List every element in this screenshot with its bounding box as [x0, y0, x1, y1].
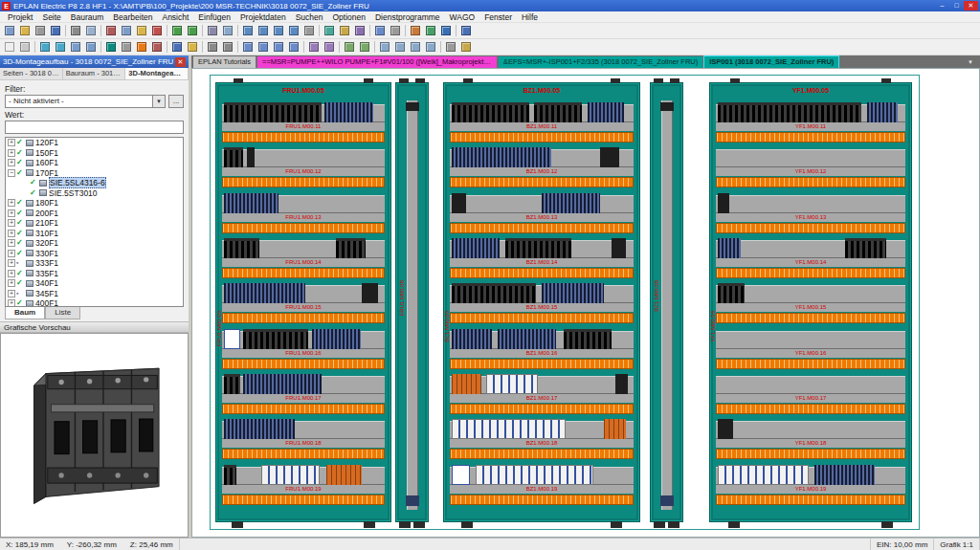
grid-icon[interactable] [443, 40, 458, 55]
mounting-rail[interactable] [450, 240, 634, 258]
mounting-rail[interactable] [716, 240, 905, 258]
cut-icon[interactable] [103, 24, 119, 38]
panel-close-icon[interactable]: ✕ [175, 57, 186, 67]
copy-objects-icon[interactable] [392, 40, 408, 55]
move-icon[interactable] [377, 40, 392, 55]
menu-hilfe[interactable]: Hilfe [517, 12, 543, 22]
mounting-rail-row[interactable]: BZ1.M00.15 [450, 283, 634, 328]
redo-icon[interactable] [185, 24, 200, 38]
mounting-rail[interactable] [716, 285, 905, 303]
component-term[interactable] [224, 193, 279, 213]
component-brk[interactable] [718, 102, 861, 122]
wire-duct[interactable] [222, 359, 385, 369]
mounting-rail-row[interactable]: FRU1.M00.15 [222, 283, 385, 328]
insert-device-icon[interactable] [408, 24, 423, 38]
mounting-rail[interactable] [450, 195, 634, 213]
tree-item-320F1[interactable]: +✓320F1 [6, 238, 183, 249]
mounting-rail[interactable] [450, 285, 634, 303]
rotate-view-icon[interactable] [53, 40, 68, 55]
tree-item-345F1[interactable]: +▪345F1 [6, 289, 183, 299]
mounting-rail-row[interactable]: FRU1.M00.14 [222, 238, 385, 283]
mounting-rail-row[interactable]: BZ1.M00.14 [450, 238, 634, 283]
mounting-rail[interactable] [716, 421, 905, 439]
zoom-in-icon[interactable] [240, 24, 256, 38]
tree-item-150F1[interactable]: +✓150F1 [6, 148, 183, 159]
wire-duct[interactable] [716, 223, 905, 233]
menu-dienstprogramme[interactable]: Dienstprogramme [370, 12, 445, 22]
document-tab-1[interactable]: ==MSR=PUMPE++WILO PUMPE+F1#V01/100 ([Wei… [257, 56, 497, 68]
align-left-icon[interactable] [240, 40, 256, 55]
cabinet-panel[interactable]: FRU1.M00.08 [395, 82, 429, 522]
component-term[interactable] [542, 283, 604, 303]
tree-item-SIE.5SL4316-6[interactable]: ✓SIE.5SL4316-6 [6, 178, 183, 188]
wire-duct[interactable] [716, 359, 905, 369]
component-brk[interactable] [224, 374, 240, 394]
vertical-mounting-rail[interactable] [661, 100, 673, 510]
stretch-icon[interactable] [423, 40, 438, 55]
mounting-rail[interactable] [222, 195, 385, 213]
mounting-rail-row[interactable]: FRU1.M00.13 [222, 193, 385, 238]
wire-duct[interactable] [222, 177, 385, 187]
component-term[interactable] [498, 329, 556, 349]
tree-item-160F1[interactable]: +✓160F1 [6, 158, 183, 168]
component-or[interactable] [452, 374, 481, 394]
component-brk[interactable] [336, 238, 366, 258]
component-wtag[interactable] [486, 374, 538, 394]
zoom-out-icon[interactable] [256, 24, 271, 38]
insert-cable-icon[interactable] [423, 24, 438, 38]
mounting-rail-row[interactable]: YF1.M00.19 [716, 465, 905, 510]
vertical-mounting-rail[interactable] [407, 100, 418, 510]
component-wtag[interactable] [476, 465, 593, 485]
component-term[interactable] [452, 238, 500, 258]
menu-seite[interactable]: Seite [37, 12, 65, 22]
wire-duct[interactable] [222, 268, 385, 278]
component-brk[interactable] [452, 283, 536, 303]
wire-duct[interactable] [450, 495, 634, 505]
drill-hole-icon[interactable] [149, 40, 165, 55]
mounting-rail[interactable] [222, 376, 385, 394]
chevron-down-icon[interactable]: ▼ [153, 95, 166, 108]
expand-icon[interactable]: + [8, 149, 15, 157]
component-term[interactable] [718, 238, 741, 258]
component-dk[interactable] [718, 193, 729, 213]
expand-icon[interactable]: + [8, 250, 15, 257]
cabinet-panel[interactable]: YF1.M00.05YF1.M00.06YF1.M00.11YF1.M00.12… [709, 82, 912, 522]
component-wtag[interactable] [718, 465, 809, 485]
wire-duct-icon[interactable] [134, 40, 149, 55]
menu-fenster[interactable]: Fenster [479, 12, 517, 22]
part-selection-icon[interactable] [185, 40, 200, 55]
collapse-icon[interactable]: − [8, 169, 15, 177]
expand-icon[interactable]: + [8, 159, 15, 166]
component-brk[interactable] [224, 147, 243, 167]
minimize-button[interactable]: – [935, 1, 949, 11]
front-view-icon[interactable] [68, 40, 83, 55]
tab-list-dropdown-icon[interactable]: ▼ [963, 56, 978, 68]
to-back-icon[interactable] [357, 40, 372, 55]
component-brk[interactable] [452, 102, 529, 122]
component-dk[interactable] [718, 419, 733, 439]
close-button[interactable]: ✕ [964, 1, 978, 11]
help-icon[interactable] [458, 24, 474, 38]
align-right-icon[interactable] [256, 40, 271, 55]
wire-duct[interactable] [222, 223, 385, 233]
mounting-rail[interactable] [450, 104, 634, 122]
expand-icon[interactable]: + [8, 279, 15, 287]
component-term[interactable] [867, 102, 898, 122]
tree-item-400F1[interactable]: +✓400F1 [6, 298, 183, 307]
mounting-rail-row[interactable]: FRU1.M00.19 [222, 465, 385, 510]
mounting-rail-row[interactable]: FRU1.M00.12 [222, 147, 385, 192]
mounting-rail-row[interactable]: BZ1.M00.13 [450, 193, 634, 238]
view-3d-icon[interactable] [37, 40, 53, 55]
component-brk[interactable] [224, 102, 322, 122]
pan-icon[interactable] [301, 24, 317, 38]
mounting-rail[interactable] [716, 331, 905, 349]
mounting-rail-row[interactable]: BZ1.M00.11 [450, 102, 634, 147]
device-tree[interactable]: +✓120F1+✓150F1+✓160F1−✓170F1✓SIE.5SL4316… [5, 137, 184, 307]
print-icon[interactable] [68, 24, 83, 38]
open-project-icon[interactable] [17, 24, 33, 38]
mirror-icon[interactable] [408, 40, 423, 55]
ungroup-icon[interactable] [322, 40, 337, 55]
mounting-rail[interactable] [222, 240, 385, 258]
wire-duct[interactable] [450, 132, 634, 143]
component-brk[interactable] [505, 238, 571, 258]
